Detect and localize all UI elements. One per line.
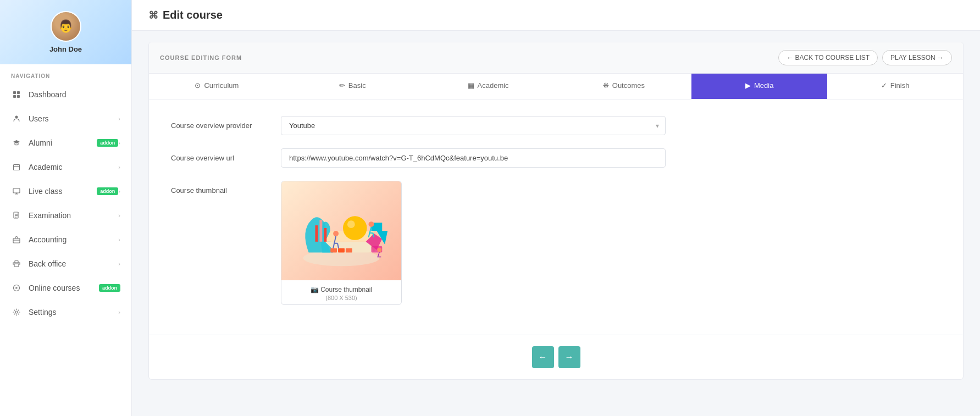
page-header: ⌘ Edit course [132, 0, 980, 31]
svg-rect-22 [330, 248, 337, 253]
overview-provider-select-wrapper: Youtube Vimeo Direct URL ▾ [281, 116, 666, 135]
overview-provider-control: Youtube Vimeo Direct URL ▾ [281, 116, 666, 135]
prev-button[interactable]: ← [532, 346, 554, 368]
chevron-right-icon-examination: › [118, 212, 120, 219]
svg-rect-21 [324, 228, 326, 242]
doc-icon [11, 210, 22, 221]
chevron-right-icon-accounting: › [118, 236, 120, 243]
chevron-right-icon: › [118, 115, 120, 122]
overview-url-input[interactable] [281, 148, 666, 168]
avatar: 👨 [51, 11, 81, 42]
person-icon [11, 113, 22, 124]
avatar-image: 👨 [52, 12, 80, 41]
svg-rect-23 [338, 248, 345, 253]
sidebar: 👨 John Doe NAVIGATION Dashboard [0, 0, 132, 416]
content-area: COURSE EDITING FORM ← BACK TO COURSE LIS… [132, 31, 980, 416]
chevron-right-icon-settings: › [118, 309, 120, 315]
alumni-badge: addon [97, 139, 118, 147]
svg-rect-5 [14, 165, 20, 170]
sidebar-item-label-users: Users [29, 114, 118, 123]
curriculum-tab-icon: ⊙ [195, 81, 201, 90]
svg-rect-6 [13, 188, 20, 193]
overview-provider-label: Course overview provider [171, 116, 281, 130]
camera-icon: 📷 [311, 286, 319, 293]
tab-basic-label: Basic [348, 81, 366, 90]
form-section-title: COURSE EDITING FORM [160, 54, 242, 61]
sidebar-item-online-courses[interactable]: Online courses addon [0, 276, 131, 300]
sidebar-item-accounting[interactable]: Accounting › [0, 228, 131, 252]
sidebar-item-back-office[interactable]: Back office › [0, 252, 131, 276]
overview-provider-select[interactable]: Youtube Vimeo Direct URL [281, 116, 666, 135]
tab-academic-label: Academic [478, 81, 509, 90]
overview-url-row: Course overview url [171, 148, 941, 168]
svg-rect-1 [17, 91, 20, 94]
overview-url-label: Course overview url [171, 148, 281, 162]
svg-rect-2 [13, 95, 16, 98]
chevron-right-icon-academic: › [118, 164, 120, 170]
sidebar-item-settings[interactable]: Settings › [0, 300, 131, 324]
live-class-badge: addon [97, 187, 118, 195]
gear-icon [11, 307, 22, 318]
svg-rect-9 [14, 264, 19, 267]
online-courses-badge: addon [99, 284, 120, 292]
back-to-course-list-button[interactable]: ← BACK TO COURSE LIST [778, 50, 878, 65]
tab-outcomes-label: Outcomes [612, 81, 645, 90]
sidebar-item-label-live-class: Live class [29, 187, 93, 196]
printer-icon [11, 258, 22, 269]
page-title: ⌘ Edit course [148, 9, 223, 21]
tab-media-label: Media [754, 81, 773, 90]
monitor-icon [11, 186, 22, 197]
play-icon [11, 282, 22, 293]
next-button[interactable]: → [558, 346, 580, 368]
svg-rect-3 [17, 95, 20, 98]
nav-items: Dashboard Users › Alumni addon › [0, 82, 131, 416]
thumbnail-label: Course thumbnail [171, 181, 281, 195]
form-card-header: COURSE EDITING FORM ← BACK TO COURSE LIS… [149, 42, 963, 74]
thumbnail-size: (800 X 530) [325, 295, 357, 301]
sidebar-item-alumni[interactable]: Alumni addon › [0, 131, 131, 155]
chevron-right-icon-alumni: › [118, 140, 120, 146]
finish-tab-icon: ✓ [881, 81, 887, 90]
sidebar-item-users[interactable]: Users › [0, 107, 131, 131]
calendar-icon [11, 162, 22, 173]
tab-academic[interactable]: ▦ Academic [420, 74, 556, 99]
play-lesson-button[interactable]: PLAY LESSON → [882, 50, 952, 65]
thumbnail-control: 📷 Course thumbnail (800 X 530) [281, 181, 666, 305]
svg-point-15 [347, 220, 355, 228]
graduation-icon [11, 137, 22, 148]
sidebar-item-label-academic: Academic [29, 163, 118, 171]
academic-tab-icon: ▦ [468, 81, 474, 90]
chevron-right-icon-live-class: › [118, 188, 120, 195]
sidebar-item-live-class[interactable]: Live class addon › [0, 179, 131, 203]
tab-curriculum[interactable]: ⊙ Curriculum [149, 74, 285, 99]
form-nav-buttons: ← → [149, 335, 963, 379]
form-card: COURSE EDITING FORM ← BACK TO COURSE LIS… [148, 42, 964, 380]
tab-media[interactable]: ▶ Media [691, 74, 827, 99]
thumbnail-box[interactable]: 📷 Course thumbnail (800 X 530) [281, 181, 402, 305]
sidebar-header: 👨 John Doe [0, 0, 131, 64]
tab-outcomes[interactable]: ❋ Outcomes [556, 74, 691, 99]
media-tab-icon: ▶ [745, 81, 751, 90]
command-icon: ⌘ [148, 9, 158, 21]
sidebar-item-examination[interactable]: Examination › [0, 203, 131, 228]
basic-tab-icon: ✏ [339, 81, 345, 90]
sidebar-item-label-online-courses: Online courses [29, 284, 96, 292]
thumbnail-row: Course thumbnail [171, 181, 941, 305]
thumbnail-caption: 📷 Course thumbnail (800 X 530) [281, 280, 401, 304]
svg-point-12 [15, 311, 18, 313]
tab-basic[interactable]: ✏ Basic [285, 74, 420, 99]
form-body: Course overview provider Youtube Vimeo D… [149, 99, 963, 335]
chevron-right-icon-back-office: › [118, 260, 120, 267]
briefcase-icon [11, 234, 22, 245]
sidebar-item-label-dashboard: Dashboard [29, 90, 120, 99]
sidebar-item-dashboard[interactable]: Dashboard [0, 82, 131, 107]
svg-rect-24 [346, 248, 352, 253]
svg-rect-0 [13, 91, 16, 94]
svg-point-14 [343, 216, 367, 240]
overview-provider-row: Course overview provider Youtube Vimeo D… [171, 116, 941, 135]
sidebar-item-academic[interactable]: Academic › [0, 155, 131, 179]
sidebar-item-label-accounting: Accounting [29, 235, 118, 244]
sidebar-item-label-back-office: Back office [29, 259, 118, 268]
tab-finish[interactable]: ✓ Finish [827, 74, 963, 99]
svg-point-25 [377, 248, 381, 252]
